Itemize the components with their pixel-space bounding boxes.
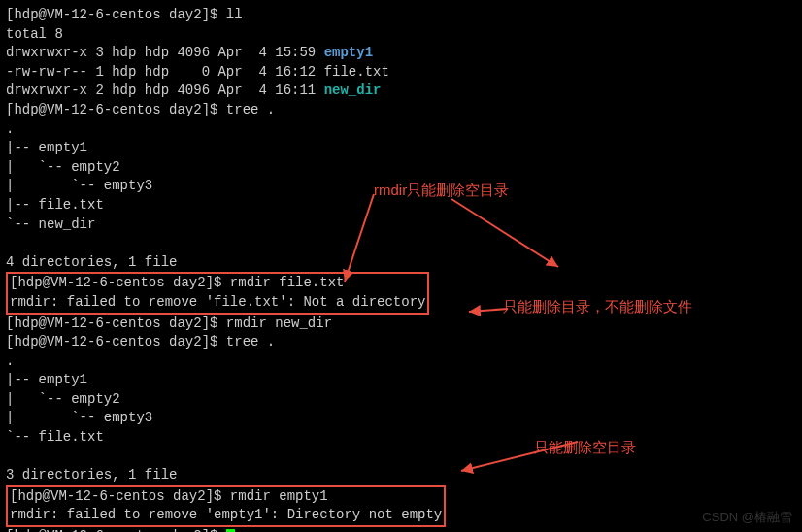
error-line: rmdir: failed to remove 'empty1': Direct… [10, 506, 442, 525]
prompt-line: [hdp@VM-12-6-centos day2]$ rmdir new_dir [6, 315, 796, 334]
annotation-3: 只能删除空目录 [534, 437, 636, 457]
prompt-line: [hdp@VM-12-6-centos day2]$ tree . [6, 101, 796, 120]
tree-summary: 3 directories, 1 file [6, 466, 796, 485]
tree-line: `-- file.txt [6, 428, 796, 448]
highlight-box-2: [hdp@VM-12-6-centos day2]$ rmdir empty1 … [6, 485, 446, 527]
annotation-1: rmdir只能删除空目录 [374, 180, 509, 200]
dir-name: new_dir [324, 83, 382, 98]
prompt-line: [hdp@VM-12-6-centos day2]$ tree . [6, 333, 796, 352]
tree-line: `-- new_dir [6, 216, 796, 235]
prompt: [hdp@VM-12-6-centos day2]$ [6, 334, 226, 349]
dir-name: empty1 [324, 45, 373, 60]
perm-text: drwxrwxr-x 2 hdp hdp 4096 Apr 4 16:11 [6, 83, 324, 98]
prompt: [hdp@VM-12-6-centos day2]$ [6, 528, 226, 532]
command: tree . [226, 102, 275, 117]
error-line: rmdir: failed to remove 'file.txt': Not … [10, 293, 425, 313]
command: ll [226, 7, 243, 22]
command: tree . [226, 334, 275, 349]
prompt-line: [hdp@VM-12-6-centos day2]$ rmdir empty1 [10, 487, 442, 507]
command: rmdir file.txt [230, 275, 345, 290]
prompt-line: [hdp@VM-12-6-centos day2]$ [6, 527, 796, 532]
tree-line: |-- empty1 [6, 139, 796, 158]
command: rmdir new_dir [226, 316, 332, 331]
tree-summary: 4 directories, 1 file [6, 253, 796, 273]
blank-line [6, 448, 796, 467]
output-line: drwxrwxr-x 2 hdp hdp 4096 Apr 4 16:11 ne… [6, 82, 796, 101]
prompt: [hdp@VM-12-6-centos day2]$ [10, 488, 230, 504]
perm-text: drwxrwxr-x 3 hdp hdp 4096 Apr 4 15:59 [6, 45, 324, 60]
highlight-box-1: [hdp@VM-12-6-centos day2]$ rmdir file.tx… [6, 272, 429, 314]
output-line: drwxrwxr-x 3 hdp hdp 4096 Apr 4 15:59 em… [6, 44, 796, 63]
prompt: [hdp@VM-12-6-centos day2]$ [6, 316, 226, 331]
output-line: total 8 [6, 25, 796, 45]
tree-line: | `-- empty3 [6, 409, 796, 428]
command: rmdir empty1 [230, 488, 328, 504]
prompt: [hdp@VM-12-6-centos day2]$ [6, 102, 226, 117]
annotation-2: 只能删除目录，不能删除文件 [503, 296, 692, 316]
terminal[interactable]: [hdp@VM-12-6-centos day2]$ ll total 8 dr… [6, 6, 796, 532]
tree-line: | `-- empty2 [6, 158, 796, 178]
prompt-line: [hdp@VM-12-6-centos day2]$ rmdir file.tx… [10, 274, 425, 293]
watermark: CSDN @椿融雪 [702, 509, 792, 526]
blank-line [6, 234, 796, 253]
tree-line: . [6, 352, 796, 372]
prompt: [hdp@VM-12-6-centos day2]$ [6, 7, 226, 22]
tree-line: | `-- empty2 [6, 390, 796, 410]
prompt: [hdp@VM-12-6-centos day2]$ [10, 275, 230, 290]
tree-line: . [6, 120, 796, 140]
prompt-line: [hdp@VM-12-6-centos day2]$ ll [6, 6, 796, 25]
output-line: -rw-rw-r-- 1 hdp hdp 0 Apr 4 16:12 file.… [6, 63, 796, 83]
tree-line: |-- empty1 [6, 371, 796, 390]
